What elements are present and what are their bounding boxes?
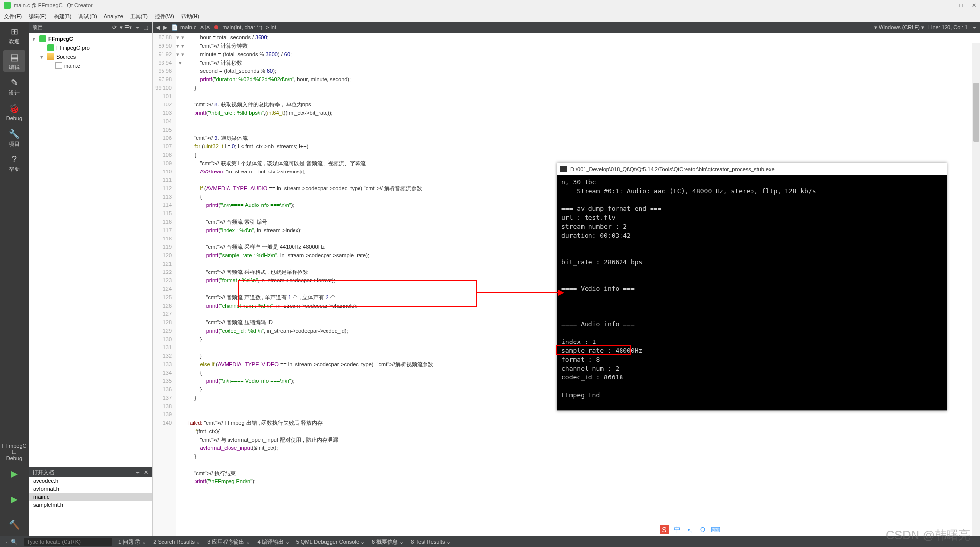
vertical-scrollbar[interactable] [972,43,980,536]
editor-toolbar: ◀ ▶ 📄 main.c ✕|✕ main(int, char **) -> i… [153,22,980,33]
file-tab[interactable]: 📄 main.c [171,24,196,31]
mode-欢迎[interactable]: ⊞欢迎 [3,25,25,46]
status-item[interactable]: 2 Search Results ⌄ [153,539,200,545]
project-tree[interactable]: ▾FFmpegCFFmpegC.pro▾Sourcesmain.c [29,33,152,467]
tray-zh-icon[interactable]: 中 [673,525,682,534]
status-item[interactable]: 8 Test Results ⌄ [411,539,451,545]
menu-item[interactable]: 调试(D) [78,13,97,20]
open-docs-title: 打开文档 [33,469,54,476]
mode-Debug[interactable]: 🐞Debug [3,102,25,123]
nav-fwd-icon[interactable]: ▶ [163,24,167,31]
console-output: n, 30 tbc Stream #0:1: Audio: aac (LC), … [557,175,947,403]
fold-gutter[interactable]: ▾ ▾ ▾ ▾ ▾ ▾ ▾ [176,33,184,536]
run-button[interactable]: ▶ [3,463,25,485]
mode-帮助[interactable]: ?帮助 [3,153,25,174]
hammer-button[interactable]: 🔨 [3,514,25,536]
menu-item[interactable]: Analyze [104,13,123,19]
doc-item[interactable]: samplefmt.h [29,501,152,509]
tray-s-icon[interactable]: S [660,525,669,534]
modified-icon [214,25,218,29]
status-item[interactable]: 3 应用程序输出 ⌄ [207,539,250,545]
close-icon[interactable]: ✕ [972,2,976,9]
locate-input[interactable]: Type to locate (Ctrl+K) [24,538,112,546]
mode-设计[interactable]: ✎设计 [3,76,25,98]
project-panel-title: 项目 [33,24,43,31]
menu-item[interactable]: 文件(F) [4,13,22,20]
split-icon[interactable]: ⫟ [135,24,140,30]
sync-icon[interactable]: ⟳ [112,24,117,31]
filter-icon[interactable]: ▾ ☰▾ [120,24,132,31]
split-icon[interactable]: ⫟ [135,469,141,475]
locate-icon[interactable]: ⫟ 🔍 [4,539,18,545]
watermark: CSDN @韩曙亮 [886,527,970,543]
tree-item[interactable]: ▾FFmpegC [29,34,152,43]
minimize-icon[interactable]: — [945,2,950,9]
status-item[interactable]: 1 问题 ⑦ ⌄ [118,539,146,545]
doc-item[interactable]: avformat.h [29,485,152,493]
console-titlebar: D:\001_Develop\018_Qt\Qt\Qt5.14.2\Tools\… [557,163,947,175]
debug-run-button[interactable]: ▶ [3,489,25,511]
status-item[interactable]: 4 编译输出 ⌄ [257,539,289,545]
menu-item[interactable]: 编辑(E) [29,13,47,20]
mode-编辑[interactable]: ▤编辑 [3,50,25,72]
close-tab-icon[interactable]: ✕|✕ [200,24,210,31]
open-docs-header: 打开文档 ⫟ ✕ [29,467,152,477]
tree-item[interactable]: main.c [29,61,152,70]
tree-item[interactable]: FFmpegC.pro [29,43,152,52]
qt-logo-icon [4,2,11,9]
mode-项目[interactable]: 🔧项目 [3,127,25,149]
cursor-position[interactable]: Line: 120, Col: 1 [928,24,968,30]
window-controls: — □ ✕ [945,2,976,9]
menu-item[interactable]: 构建(B) [54,13,72,20]
close-icon[interactable]: ✕ [144,469,148,476]
nav-back-icon[interactable]: ◀ [156,24,160,31]
status-item[interactable]: 5 QML Debugger Console ⌄ [296,539,365,545]
console-title: D:\001_Develop\018_Qt\Qt\Qt5.14.2\Tools\… [570,166,775,172]
console-window[interactable]: D:\001_Develop\018_Qt\Qt\Qt5.14.2\Tools\… [557,163,947,411]
line-gutter: 87 88 89 90 91 92 93 94 95 96 97 98 99 1… [153,33,176,536]
tray-icons: S 中 •, Ω ⌨ [660,525,720,534]
doc-item[interactable]: avcodec.h [29,477,152,485]
close-panel-icon[interactable]: ▢ [143,24,148,31]
left-toolbar: ⊞欢迎▤编辑✎设计🐞Debug🔧项目?帮助FFmpegC☐Debug▶▶🔨 [0,22,29,536]
encoding-label[interactable]: ▾ Windows (CRLF) ▾ [874,24,924,31]
breadcrumb[interactable]: main(int, char **) -> int [222,24,276,30]
doc-item[interactable]: main.c [29,493,152,501]
file-icon: 📄 [171,24,178,31]
kit-selector[interactable]: FFmpegC☐Debug [3,444,25,459]
project-panel-header: 项目 ⟳ ▾ ☰▾ ⫟ ▢ [29,22,152,33]
titlebar: main.c @ FFmpegC - Qt Creator — □ ✕ [0,0,980,11]
console-icon [560,166,567,172]
tray-keyboard-icon[interactable]: ⌨ [711,525,720,534]
maximize-icon[interactable]: □ [959,2,963,9]
split-editor-icon[interactable]: ⫟ [972,24,977,30]
window-title: main.c @ FFmpegC - Qt Creator [14,2,93,8]
menubar: 文件(F)编辑(E)构建(B)调试(D)Analyze工具(T)控件(W)帮助(… [0,11,980,22]
sidebar: 项目 ⟳ ▾ ☰▾ ⫟ ▢ ▾FFmpegCFFmpegC.pro▾Source… [29,22,153,536]
file-name: main.c [180,24,196,30]
menu-item[interactable]: 帮助(H) [181,13,199,20]
open-docs-list[interactable]: avcodec.havformat.hmain.csamplefmt.h [29,477,152,536]
tree-item[interactable]: ▾Sources [29,52,152,61]
statusbar: ⫟ 🔍 Type to locate (Ctrl+K) 1 问题 ⑦ ⌄2 Se… [0,536,980,547]
tray-omega-icon[interactable]: Ω [698,525,707,534]
tray-punct-icon[interactable]: •, [686,525,694,534]
status-item[interactable]: 6 概要信息 ⌄ [372,539,404,545]
menu-item[interactable]: 控件(W) [155,13,174,20]
menu-item[interactable]: 工具(T) [130,13,148,20]
